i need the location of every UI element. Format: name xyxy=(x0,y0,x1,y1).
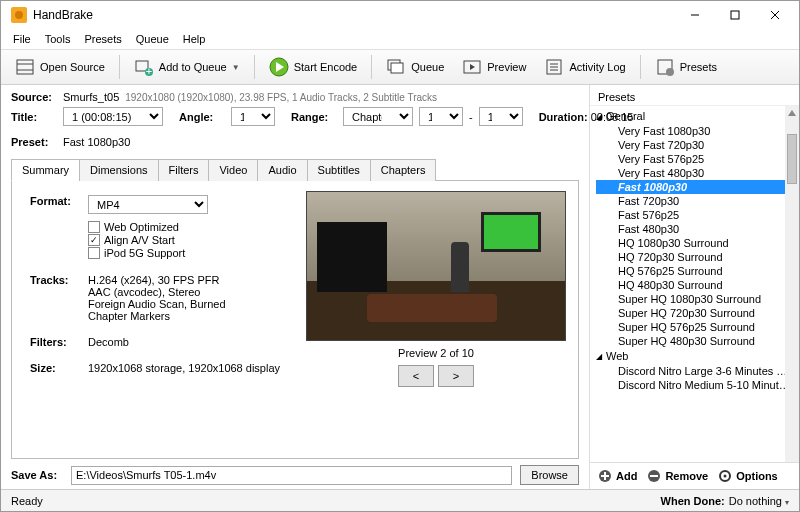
queue-label: Queue xyxy=(411,61,444,73)
preset-item[interactable]: Very Fast 1080p30 xyxy=(596,124,793,138)
preset-item[interactable]: Very Fast 720p30 xyxy=(596,138,793,152)
range-to-select[interactable]: 1 xyxy=(479,107,523,126)
window-title: HandBrake xyxy=(33,8,675,22)
tab-subtitles[interactable]: Subtitles xyxy=(307,159,371,181)
tab-video[interactable]: Video xyxy=(208,159,258,181)
status-bar: Ready When Done: Do nothing ▾ xyxy=(1,489,799,511)
add-preset-button[interactable]: Add xyxy=(598,469,637,483)
preset-item[interactable]: Super HQ 480p30 Surround xyxy=(596,334,793,348)
menu-tools[interactable]: Tools xyxy=(39,31,77,47)
web-optimized-checkbox[interactable]: Web Optimized xyxy=(88,221,280,233)
preview-counter: Preview 2 of 10 xyxy=(398,347,474,359)
menu-presets[interactable]: Presets xyxy=(78,31,127,47)
preset-item[interactable]: HQ 480p30 Surround xyxy=(596,278,793,292)
svg-text:+: + xyxy=(146,65,152,77)
preset-item[interactable]: Discord Nitro Medium 5-10 Minutes 72 xyxy=(596,378,793,392)
preset-item[interactable]: Super HQ 720p30 Surround xyxy=(596,306,793,320)
preview-next-button[interactable]: > xyxy=(438,365,474,387)
preset-actions: Add Remove Options xyxy=(590,462,799,489)
preset-value: Fast 1080p30 xyxy=(63,136,130,148)
preset-item[interactable]: Fast 1080p30 xyxy=(596,180,793,194)
source-row: Source: Smurfs_t05 1920x1080 (1920x1080)… xyxy=(11,91,579,103)
preset-tree[interactable]: ◢General Very Fast 1080p30Very Fast 720p… xyxy=(590,105,799,462)
save-as-input[interactable] xyxy=(71,466,512,485)
title-select[interactable]: 1 (00:08:15) xyxy=(63,107,163,126)
preview-label: Preview xyxy=(487,61,526,73)
when-done-select[interactable]: Do nothing ▾ xyxy=(729,495,789,507)
preset-item[interactable]: Discord Nitro Large 3-6 Minutes 1080p xyxy=(596,364,793,378)
menubar: File Tools Presets Queue Help xyxy=(1,29,799,49)
close-button[interactable] xyxy=(755,1,795,29)
preset-item[interactable]: Fast 480p30 xyxy=(596,222,793,236)
queue-button[interactable]: Queue xyxy=(378,54,452,80)
preset-label: Preset: xyxy=(11,136,57,148)
scrollbar[interactable] xyxy=(785,106,799,462)
open-source-button[interactable]: Open Source xyxy=(7,54,113,80)
tab-audio[interactable]: Audio xyxy=(257,159,307,181)
expand-icon: ◢ xyxy=(596,352,602,361)
activity-log-label: Activity Log xyxy=(569,61,625,73)
tab-filters[interactable]: Filters xyxy=(158,159,210,181)
preset-item[interactable]: Fast 720p30 xyxy=(596,194,793,208)
status-text: Ready xyxy=(11,495,43,507)
play-icon xyxy=(269,57,289,77)
size-label: Size: xyxy=(26,352,82,376)
preview-button[interactable]: Preview xyxy=(454,54,534,80)
filters-value: Decomb xyxy=(84,326,284,350)
tab-chapters[interactable]: Chapters xyxy=(370,159,437,181)
preview-pane: Preview 2 of 10 < > xyxy=(306,191,566,448)
preset-item[interactable]: Very Fast 480p30 xyxy=(596,166,793,180)
preview-image xyxy=(306,191,566,341)
menu-queue[interactable]: Queue xyxy=(130,31,175,47)
maximize-button[interactable] xyxy=(715,1,755,29)
browse-button[interactable]: Browse xyxy=(520,465,579,485)
chevron-down-icon: ▼ xyxy=(232,63,240,72)
title-label: Title: xyxy=(11,111,57,123)
tab-content: Format: MP4 Web Optimized ✓Align A/V Sta… xyxy=(11,181,579,459)
preset-item[interactable]: Fast 576p25 xyxy=(596,208,793,222)
minimize-button[interactable] xyxy=(675,1,715,29)
preset-item[interactable]: Super HQ 1080p30 Surround xyxy=(596,292,793,306)
presets-button[interactable]: Presets xyxy=(647,54,725,80)
preset-group-web[interactable]: ◢Web xyxy=(596,348,793,364)
tracks-label: Tracks: xyxy=(26,264,82,324)
start-encode-button[interactable]: Start Encode xyxy=(261,54,366,80)
range-mode-select[interactable]: Chapters xyxy=(343,107,413,126)
add-to-queue-button[interactable]: + Add to Queue ▼ xyxy=(126,54,248,80)
chevron-down-icon: ▾ xyxy=(785,498,789,507)
tab-dimensions[interactable]: Dimensions xyxy=(79,159,158,181)
svg-rect-3 xyxy=(731,11,739,19)
preset-options-button[interactable]: Options xyxy=(718,469,778,483)
start-encode-label: Start Encode xyxy=(294,61,358,73)
range-label: Range: xyxy=(291,111,337,123)
preset-item[interactable]: HQ 576p25 Surround xyxy=(596,264,793,278)
source-name: Smurfs_t05 xyxy=(63,91,119,103)
preset-item[interactable]: Super HQ 576p25 Surround xyxy=(596,320,793,334)
save-as-row: Save As: Browse xyxy=(11,465,579,485)
minus-icon xyxy=(647,469,661,483)
preset-item[interactable]: HQ 1080p30 Surround xyxy=(596,236,793,250)
format-select[interactable]: MP4 xyxy=(88,195,208,214)
align-av-checkbox[interactable]: ✓Align A/V Start xyxy=(88,234,280,246)
preset-item[interactable]: HQ 720p30 Surround xyxy=(596,250,793,264)
range-from-select[interactable]: 1 xyxy=(419,107,463,126)
tab-summary[interactable]: Summary xyxy=(11,159,80,181)
queue-icon xyxy=(386,57,406,77)
preview-prev-button[interactable]: < xyxy=(398,365,434,387)
size-value: 1920x1068 storage, 1920x1068 display xyxy=(84,352,284,376)
when-done-label: When Done: xyxy=(661,495,725,507)
preset-group-general[interactable]: ◢General xyxy=(596,108,793,124)
activity-log-button[interactable]: Activity Log xyxy=(536,54,633,80)
menu-file[interactable]: File xyxy=(7,31,37,47)
angle-label: Angle: xyxy=(179,111,225,123)
svg-point-1 xyxy=(15,11,23,19)
source-info: 1920x1080 (1920x1080), 23.98 FPS, 1 Audi… xyxy=(125,92,437,103)
menu-help[interactable]: Help xyxy=(177,31,212,47)
preset-item[interactable]: Very Fast 576p25 xyxy=(596,152,793,166)
title-row: Title: 1 (00:08:15) Angle: 1 Range: Chap… xyxy=(11,107,579,126)
remove-preset-button[interactable]: Remove xyxy=(647,469,708,483)
angle-select[interactable]: 1 xyxy=(231,107,275,126)
preset-row: Preset: Fast 1080p30 xyxy=(11,136,579,148)
ipod-checkbox[interactable]: iPod 5G Support xyxy=(88,247,280,259)
summary-info: Format: MP4 Web Optimized ✓Align A/V Sta… xyxy=(24,191,292,448)
